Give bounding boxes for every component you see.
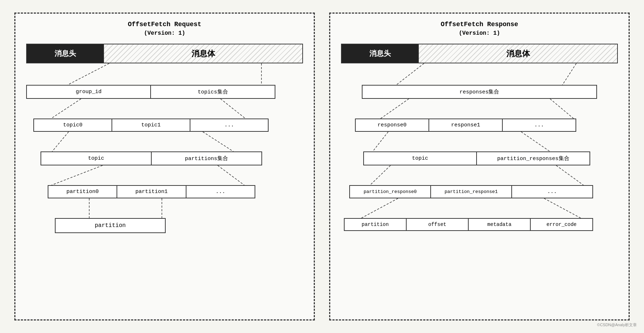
right-diagram: OffsetFetch Response (Version: 1) 消息头 消息…: [329, 13, 630, 320]
right-msg-bar: 消息头 消息体: [341, 44, 618, 63]
right-level5: partition offset metadata error_code: [344, 218, 593, 231]
left-level4: partition0 partition1 ...: [48, 185, 255, 198]
right-l4-f1: partition_response0: [349, 185, 431, 198]
svg-line-14: [373, 132, 388, 151]
right-connector-1: [341, 63, 618, 85]
right-l2-f2: response1: [429, 119, 503, 132]
right-l2-f1: response0: [355, 119, 429, 132]
right-l5-f4: error_code: [531, 218, 593, 231]
left-connector-3: [33, 132, 269, 151]
right-l3-f2: partition_responses集合: [477, 151, 590, 165]
left-connector-5: [48, 198, 255, 218]
svg-line-11: [563, 63, 577, 85]
right-subtitle: (Version: 1): [341, 30, 618, 37]
right-connector-2: [362, 99, 597, 119]
svg-line-6: [52, 165, 103, 185]
svg-line-2: [51, 99, 81, 119]
right-l5-f1: partition: [344, 218, 407, 231]
svg-line-16: [370, 165, 390, 185]
svg-line-3: [221, 99, 245, 119]
watermark: ©CSDN@Analy析文章: [597, 322, 637, 328]
left-msg-head: 消息头: [27, 44, 104, 63]
left-l4-f2: partition1: [117, 185, 186, 198]
left-l2-f2: topic1: [112, 119, 190, 132]
svg-line-13: [550, 99, 574, 119]
left-l4-f3: ...: [186, 185, 255, 198]
right-title: OffsetFetch Response: [341, 21, 618, 28]
svg-line-4: [52, 132, 68, 151]
left-l1-f2: topics集合: [151, 85, 275, 99]
left-level5: partition: [55, 218, 166, 233]
right-l3-f1: topic: [363, 151, 477, 165]
right-msg-body: 消息体: [419, 44, 617, 63]
right-level1: responses集合: [362, 85, 597, 99]
left-level2: topic0 topic1 ...: [33, 119, 269, 132]
right-l2-f3: ...: [503, 119, 576, 132]
svg-line-19: [544, 198, 581, 218]
left-l3-f2: partitions集合: [152, 151, 262, 165]
left-l1-f1: group_id: [26, 85, 151, 99]
right-l4-f3: ...: [512, 185, 593, 198]
svg-line-10: [396, 63, 424, 85]
right-level2: response0 response1 ...: [355, 119, 577, 132]
left-title: OffsetFetch Request: [26, 21, 303, 28]
left-connector-4: [41, 165, 262, 185]
svg-line-15: [521, 132, 550, 151]
left-msg-body: 消息体: [104, 44, 302, 63]
right-l5-f2: offset: [407, 218, 469, 231]
right-l1-f1: responses集合: [362, 85, 597, 99]
svg-line-17: [556, 165, 583, 185]
left-connector-1: [26, 63, 303, 85]
left-l2-f3: ...: [190, 119, 269, 132]
main-container: OffsetFetch Request (Version: 1) 消息头 消息体…: [0, 2, 644, 331]
right-level3: topic partition_responses集合: [363, 151, 590, 165]
svg-line-18: [361, 198, 398, 218]
right-connector-3: [355, 132, 577, 151]
left-l5-f1: partition: [55, 218, 166, 233]
svg-line-0: [68, 63, 109, 85]
svg-line-5: [203, 132, 233, 151]
left-l2-f1: topic0: [33, 119, 112, 132]
left-subtitle: (Version: 1): [26, 30, 303, 37]
left-connector-2: [26, 99, 275, 119]
left-diagram: OffsetFetch Request (Version: 1) 消息头 消息体…: [14, 13, 315, 320]
svg-line-12: [380, 99, 409, 119]
svg-line-7: [218, 165, 244, 185]
right-l5-f3: metadata: [469, 218, 531, 231]
right-connector-4: [363, 165, 590, 185]
left-l3-f1: topic: [41, 151, 152, 165]
left-msg-bar: 消息头 消息体: [26, 44, 303, 63]
right-msg-head: 消息头: [342, 44, 419, 63]
left-level3: topic partitions集合: [41, 151, 262, 165]
left-l4-f1: partition0: [48, 185, 117, 198]
right-l4-f2: partition_response1: [431, 185, 512, 198]
right-level4: partition_response0 partition_response1 …: [349, 185, 593, 198]
right-connector-5: [349, 198, 593, 218]
left-level1: group_id topics集合: [26, 85, 275, 99]
